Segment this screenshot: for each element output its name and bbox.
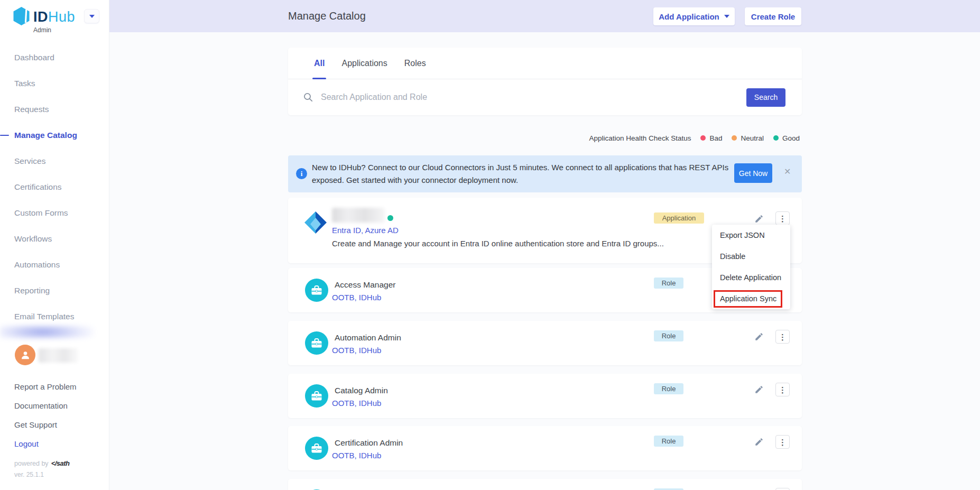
banner-text: New to IDHub? Connect to our Cloud Conne… bbox=[312, 161, 732, 187]
pencil-icon bbox=[754, 332, 764, 341]
vendor-logo: </sath bbox=[51, 459, 70, 467]
sidebar-item-dashboard[interactable]: Dashboard bbox=[0, 44, 109, 70]
report-a-problem-link[interactable]: Report a Problem bbox=[14, 382, 77, 391]
row-menu-button[interactable]: ⋮ bbox=[775, 488, 790, 490]
table-row-certification-admin: Certification Admin OOTB, IDHub Role ⋮ bbox=[288, 426, 802, 470]
table-row-partial: ⋮ bbox=[288, 479, 802, 490]
kebab-menu-icon: ⋮ bbox=[779, 333, 787, 341]
kebab-menu-icon: ⋮ bbox=[779, 438, 787, 446]
table-row-automation-admin: Automation Admin OOTB, IDHub Role ⋮ bbox=[288, 321, 802, 365]
search-icon bbox=[303, 92, 313, 103]
redacted-application-name bbox=[332, 208, 385, 223]
health-check-legend: Application Health Check Status Bad Neut… bbox=[288, 131, 800, 145]
briefcase-icon bbox=[305, 279, 328, 302]
tab-applications[interactable]: Applications bbox=[341, 48, 387, 79]
tab-roles[interactable]: Roles bbox=[404, 48, 426, 79]
search-input[interactable] bbox=[321, 93, 739, 102]
search-bar: Search bbox=[288, 79, 802, 115]
role-name: Access Manager bbox=[335, 280, 395, 290]
redacted-sidebar-item bbox=[0, 326, 94, 338]
sidebar-item-requests[interactable]: Requests bbox=[0, 96, 109, 122]
page-header bbox=[109, 0, 980, 32]
sidebar-item-workflows[interactable]: Workflows bbox=[0, 226, 109, 252]
brand-logo: IDHub bbox=[12, 6, 75, 28]
kebab-menu-icon: ⋮ bbox=[779, 215, 787, 223]
type-badge-application: Application bbox=[654, 212, 704, 224]
menu-item-application-sync[interactable]: Application Sync bbox=[712, 288, 790, 309]
type-badge-role: Role bbox=[654, 278, 683, 289]
type-badge-role: Role bbox=[654, 383, 683, 394]
hexagon-logo-icon bbox=[12, 6, 31, 28]
briefcase-icon bbox=[305, 331, 328, 355]
briefcase-icon bbox=[305, 384, 328, 408]
redacted-user-name bbox=[39, 348, 78, 363]
briefcase-icon bbox=[305, 437, 328, 460]
brand-name: IDHub bbox=[33, 9, 75, 25]
user-icon bbox=[20, 349, 31, 361]
pencil-icon bbox=[754, 437, 764, 447]
application-description: Create and Manage your account in Entra … bbox=[332, 239, 664, 248]
sidebar-item-services[interactable]: Services bbox=[0, 148, 109, 174]
sidebar-item-certifications[interactable]: Certifications bbox=[0, 174, 109, 200]
row-menu-button[interactable]: ⋮ bbox=[775, 211, 790, 225]
info-icon: i bbox=[296, 168, 307, 179]
close-icon[interactable]: ✕ bbox=[784, 167, 791, 177]
connector-info-banner: i New to IDHub? Connect to our Cloud Con… bbox=[288, 155, 802, 192]
brand-subtitle: Admin bbox=[33, 26, 51, 34]
sidebar-nav: Dashboard Tasks Requests Manage Catalog … bbox=[0, 44, 109, 329]
logout-link[interactable]: Logout bbox=[14, 439, 39, 448]
menu-item-delete-application[interactable]: Delete Application bbox=[712, 267, 790, 288]
edit-button[interactable] bbox=[753, 331, 765, 343]
role-tags-link[interactable]: OOTB, IDHub bbox=[332, 451, 381, 460]
row-menu-button[interactable]: ⋮ bbox=[775, 330, 790, 344]
tab-all[interactable]: All bbox=[314, 48, 325, 79]
documentation-link[interactable]: Documentation bbox=[14, 401, 68, 410]
sidebar-item-automations[interactable]: Automations bbox=[0, 252, 109, 278]
chevron-down-icon bbox=[89, 15, 95, 18]
application-tags-link[interactable]: Entra ID, Azure AD bbox=[332, 226, 399, 235]
row-menu-button[interactable]: ⋮ bbox=[775, 383, 790, 396]
version-label: ver. 25.1.1 bbox=[14, 471, 44, 478]
workspace-switcher-button[interactable] bbox=[84, 9, 99, 23]
add-application-button[interactable]: Add Application bbox=[653, 7, 735, 25]
type-badge-role: Role bbox=[654, 436, 683, 447]
role-name: Catalog Admin bbox=[335, 386, 388, 395]
powered-by: powered by</sath bbox=[14, 459, 70, 467]
table-row-catalog-admin: Catalog Admin OOTB, IDHub Role ⋮ bbox=[288, 374, 802, 418]
row-menu-button[interactable]: ⋮ bbox=[775, 435, 790, 449]
edit-button[interactable] bbox=[753, 213, 765, 225]
tab-bar: All Applications Roles bbox=[288, 48, 802, 79]
edit-button[interactable] bbox=[753, 436, 765, 448]
create-role-button[interactable]: Create Role bbox=[745, 7, 801, 25]
neutral-status-dot-icon bbox=[732, 135, 737, 141]
legend-item-neutral: Neutral bbox=[732, 134, 764, 142]
chevron-down-icon bbox=[724, 15, 729, 18]
entra-id-logo-icon bbox=[304, 211, 327, 236]
bad-status-dot-icon bbox=[700, 135, 706, 141]
avatar[interactable] bbox=[15, 345, 35, 365]
role-name: Automation Admin bbox=[335, 333, 401, 343]
get-now-button[interactable]: Get Now bbox=[734, 163, 772, 183]
sidebar-item-reporting[interactable]: Reporting bbox=[0, 278, 109, 303]
menu-item-disable[interactable]: Disable bbox=[712, 246, 790, 267]
pencil-icon bbox=[754, 385, 764, 394]
menu-item-export-json[interactable]: Export JSON bbox=[712, 225, 790, 246]
sidebar-item-tasks[interactable]: Tasks bbox=[0, 70, 109, 96]
sidebar-item-manage-catalog[interactable]: Manage Catalog bbox=[0, 122, 109, 148]
legend-item-good: Good bbox=[773, 134, 800, 142]
role-tags-link[interactable]: OOTB, IDHub bbox=[332, 346, 381, 355]
role-tags-link[interactable]: OOTB, IDHub bbox=[332, 399, 381, 408]
get-support-link[interactable]: Get Support bbox=[14, 420, 57, 429]
edit-button[interactable] bbox=[753, 384, 765, 395]
sidebar: IDHub Admin Dashboard Tasks Requests Man… bbox=[0, 0, 109, 490]
search-button[interactable]: Search bbox=[746, 88, 785, 107]
manage-catalog-page: IDHub Admin Dashboard Tasks Requests Man… bbox=[0, 0, 980, 490]
good-status-dot-icon bbox=[773, 135, 779, 141]
role-name: Certification Admin bbox=[335, 438, 403, 448]
kebab-menu-icon: ⋮ bbox=[779, 386, 787, 394]
pencil-icon bbox=[754, 214, 764, 224]
role-tags-link[interactable]: OOTB, IDHub bbox=[332, 293, 381, 302]
legend-title: Application Health Check Status bbox=[589, 134, 691, 142]
type-badge-role: Role bbox=[654, 330, 683, 341]
sidebar-item-custom-forms[interactable]: Custom Forms bbox=[0, 200, 109, 226]
